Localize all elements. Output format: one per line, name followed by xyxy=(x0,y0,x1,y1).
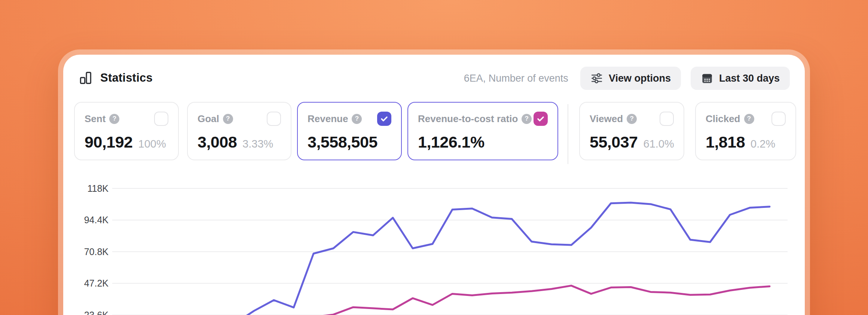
y-axis-tick: 23.6K xyxy=(63,310,109,315)
page-title: Statistics xyxy=(100,71,153,85)
metric-value: 90,192 xyxy=(85,133,133,151)
sliders-icon xyxy=(590,72,603,85)
checkbox-checked[interactable] xyxy=(377,112,391,126)
metric-share: 100% xyxy=(138,138,166,150)
metric-label: Goal xyxy=(198,113,219,125)
metric-label: Revenue xyxy=(308,113,348,125)
metric-card-viewed[interactable]: Viewed ? 55,037 61.0% xyxy=(579,102,684,160)
calendar-icon xyxy=(701,72,713,85)
y-axis-tick: 70.8K xyxy=(63,246,109,257)
metric-label: Clicked xyxy=(706,113,740,125)
metric-label: Revenue-to-cost ratio xyxy=(418,113,518,125)
y-axis-tick: 47.2K xyxy=(63,278,109,288)
events-summary: 6EA, Number of events xyxy=(464,73,568,84)
metric-value: 55,037 xyxy=(590,133,638,151)
checkbox-unchecked[interactable] xyxy=(267,112,281,126)
metric-label: Sent xyxy=(85,113,106,125)
metrics-divider xyxy=(568,104,568,164)
checkbox-unchecked[interactable] xyxy=(771,112,786,126)
metric-card-revenue-to-cost-ratio[interactable]: Revenue-to-cost ratio ? 1,126.1% xyxy=(407,102,558,160)
metric-value: 1,818 xyxy=(706,133,745,151)
help-icon[interactable]: ? xyxy=(352,114,362,124)
metric-share: 3.33% xyxy=(242,138,273,150)
metric-value: 3,558,505 xyxy=(308,133,378,151)
date-range-button[interactable]: Last 30 days xyxy=(691,67,790,90)
metric-share: 61.0% xyxy=(644,138,674,150)
y-axis-tick: 94.4K xyxy=(63,215,109,225)
checkbox-unchecked[interactable] xyxy=(154,112,168,126)
bar-chart-icon xyxy=(79,70,94,85)
header-left: Statistics xyxy=(79,70,153,85)
metric-card-revenue[interactable]: Revenue ? 3,558,505 xyxy=(297,102,402,160)
help-icon[interactable]: ? xyxy=(744,114,754,124)
metric-card-goal[interactable]: Goal ? 3,008 3.33% xyxy=(187,102,291,160)
help-icon[interactable]: ? xyxy=(522,114,532,124)
check-icon xyxy=(380,114,389,123)
checkbox-checked[interactable] xyxy=(534,112,548,126)
metric-value: 3,008 xyxy=(198,133,237,151)
metric-card-sent[interactable]: Sent ? 90,192 100% xyxy=(74,102,179,160)
help-icon[interactable]: ? xyxy=(223,114,233,124)
metric-value: 1,126.1% xyxy=(418,133,485,151)
trend-line-chart xyxy=(63,55,805,315)
help-icon[interactable]: ? xyxy=(109,114,119,124)
view-options-label: View options xyxy=(609,73,671,84)
date-range-label: Last 30 days xyxy=(719,73,780,84)
metric-label: Viewed xyxy=(590,113,623,125)
metric-share: 0.2% xyxy=(751,138,775,150)
check-icon xyxy=(536,114,545,123)
metric-card-clicked[interactable]: Clicked ? 1,818 0.2% xyxy=(695,102,796,160)
header-right: 6EA, Number of events View options xyxy=(464,67,790,90)
help-icon[interactable]: ? xyxy=(627,114,637,124)
statistics-card: Statistics 6EA, Number of events View op… xyxy=(63,55,805,315)
y-axis-tick: 118K xyxy=(63,183,109,194)
checkbox-unchecked[interactable] xyxy=(660,112,674,126)
view-options-button[interactable]: View options xyxy=(580,67,681,90)
